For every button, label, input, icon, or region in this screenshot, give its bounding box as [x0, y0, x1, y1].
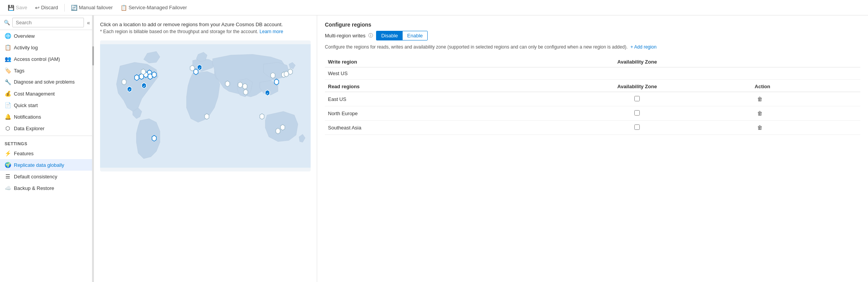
disable-toggle[interactable]: Disable [376, 31, 402, 40]
sidebar: 🔍 « 🌐 Overview 📋 Activity log 👥 Access c… [0, 15, 92, 282]
southeast-asia-delete-button[interactable]: 🗑 [755, 124, 765, 131]
east-us-action: 🗑 [752, 92, 860, 106]
service-managed-failover-button[interactable]: 📋 Service-Managed Failover [117, 3, 190, 12]
sidebar-item-default-consistency[interactable]: ☰ Default consistency [0, 171, 92, 182]
toggle-group: Disable Enable [376, 31, 428, 40]
tags-icon: 🏷️ [5, 67, 11, 74]
toolbar: 💾 Save ↩ Discard 🔄 Manual failover 📋 Ser… [0, 0, 868, 15]
pin-australia-east [281, 124, 285, 130]
activity-log-icon: 📋 [5, 44, 11, 50]
pin-west-us-2 [122, 79, 126, 85]
sidebar-scrollbar[interactable] [92, 15, 94, 282]
pin-east-asia [274, 79, 279, 85]
east-us-delete-button[interactable]: 🗑 [755, 95, 765, 103]
sidebar-divider [0, 136, 92, 136]
sidebar-item-activity-log[interactable]: 📋 Activity log [0, 42, 92, 53]
right-panel: Configure regions Multi-region writes ⓘ … [317, 15, 868, 282]
pin-us-central [135, 75, 139, 81]
search-input[interactable] [12, 18, 84, 27]
read-region-north-europe: North Europe 🗑 [325, 106, 860, 121]
sidebar-item-features[interactable]: ⚡ Features [0, 148, 92, 159]
sidebar-item-notifications[interactable]: 🔔 Notifications [0, 111, 92, 123]
write-region-header-row: Write region Availability Zone [325, 57, 860, 67]
southeast-asia-az-checkbox[interactable] [634, 124, 640, 130]
search-icon: 🔍 [4, 20, 10, 25]
world-map[interactable]: ✓ ✓ [100, 40, 311, 171]
manual-failover-button[interactable]: 🔄 Manual failover [68, 3, 116, 12]
sidebar-item-overview[interactable]: 🌐 Overview [0, 30, 92, 42]
enable-toggle[interactable]: Enable [403, 31, 427, 40]
sidebar-item-quick-start[interactable]: 📄 Quick start [0, 99, 92, 111]
configure-description: Configure the regions for reads, writes … [325, 44, 860, 50]
replicate-icon: 🌍 [5, 162, 11, 168]
map-note: * Each region is billable based on the t… [100, 29, 311, 34]
southeast-asia-action: 🗑 [752, 121, 860, 135]
read-region-east-us: East US 🗑 [325, 92, 860, 106]
east-us-name: East US [325, 92, 523, 106]
north-europe-delete-button[interactable]: 🗑 [755, 109, 765, 117]
consistency-icon: ☰ [5, 173, 11, 180]
svg-text:✓: ✓ [143, 85, 146, 88]
north-europe-name: North Europe [325, 106, 523, 121]
multi-region-row: Multi-region writes ⓘ Disable Enable [325, 31, 860, 40]
pin-west-india [238, 82, 242, 88]
pin-uk-south [190, 65, 194, 71]
read-regions-header-row: Read regions Availability Zone Action [325, 80, 860, 92]
sidebar-item-cost-management[interactable]: 💰 Cost Management [0, 88, 92, 99]
pin-south-africa-2 [260, 114, 264, 119]
east-us-az-checkbox[interactable] [634, 96, 640, 101]
backup-icon: ☁️ [5, 185, 11, 191]
toolbar-separator [64, 4, 65, 12]
southeast-asia-name: Southeast Asia [325, 121, 523, 135]
settings-section-label: Settings [0, 138, 92, 148]
cost-icon: 💰 [5, 91, 11, 97]
save-icon: 💾 [8, 5, 14, 11]
write-region-col-header: Write region [325, 57, 523, 67]
write-region-name: West US [325, 67, 523, 80]
collapse-button[interactable]: « [86, 19, 91, 27]
sidebar-item-diagnose[interactable]: 🔧 Diagnose and solve problems [0, 76, 92, 88]
quick-start-icon: 📄 [5, 102, 11, 108]
info-icon[interactable]: ⓘ [368, 32, 373, 39]
save-button[interactable]: 💾 Save [5, 3, 30, 12]
map-panel: Click on a location to add or remove reg… [94, 15, 317, 282]
svg-text:✓: ✓ [266, 92, 269, 96]
map-description: Click on a location to add or remove reg… [100, 22, 311, 27]
sidebar-item-access-control[interactable]: 👥 Access control (IAM) [0, 53, 92, 65]
north-europe-az-checkbox[interactable] [634, 110, 640, 116]
failover-icon: 🔄 [71, 5, 77, 11]
pin-brazil [152, 135, 156, 141]
pin-australia-se [276, 128, 280, 134]
sidebar-item-replicate-globally[interactable]: 🌍 Replicate data globally [0, 159, 92, 171]
content-area: Click on a location to add or remove reg… [94, 15, 868, 282]
pin-china-east [271, 72, 275, 78]
read-az-col-header: Availability Zone [523, 80, 752, 92]
pin-japan-east [288, 69, 293, 75]
north-europe-action: 🗑 [752, 106, 860, 121]
svg-text:✓: ✓ [128, 88, 131, 92]
features-icon: ⚡ [5, 150, 11, 156]
southeast-asia-az [523, 121, 752, 135]
diagnose-icon: 🔧 [5, 79, 11, 85]
search-bar: 🔍 « [0, 15, 92, 30]
sidebar-item-data-explorer[interactable]: ⬡ Data Explorer [0, 123, 92, 134]
availability-zone-col-header: Availability Zone [523, 57, 752, 67]
svg-text:✓: ✓ [198, 67, 201, 70]
pin-south-india [244, 89, 248, 95]
pin-south-africa [205, 114, 209, 119]
write-region-az [523, 67, 752, 80]
sidebar-item-tags[interactable]: 🏷️ Tags [0, 65, 92, 76]
sidebar-item-backup-restore[interactable]: ☁️ Backup & Restore [0, 182, 92, 194]
read-region-southeast-asia: Southeast Asia 🗑 [325, 121, 860, 135]
pin-uae [225, 81, 229, 87]
overview-icon: 🌐 [5, 33, 11, 39]
discard-button[interactable]: ↩ Discard [32, 3, 61, 12]
regions-table: Write region Availability Zone West US R… [325, 57, 860, 135]
add-region-link[interactable]: + Add region [631, 44, 657, 50]
pin-us-4 [148, 74, 152, 79]
learn-more-link[interactable]: Learn more [259, 29, 283, 34]
write-region-row: West US [325, 67, 860, 80]
configure-title: Configure regions [325, 22, 860, 28]
pin-japan-west [284, 71, 288, 77]
main-layout: 🔍 « 🌐 Overview 📋 Activity log 👥 Access c… [0, 15, 868, 282]
